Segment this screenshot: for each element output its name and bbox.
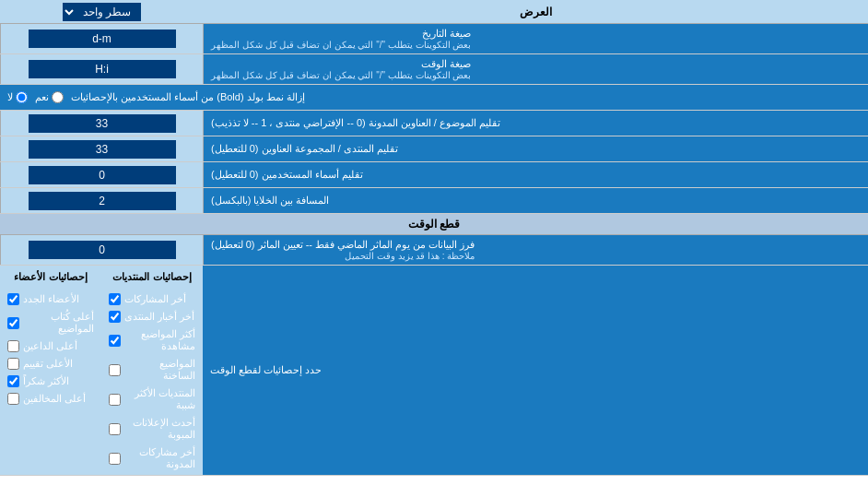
date-format-row: صيغة التاريخ بعض التكوينات يتطلب "/" الت… xyxy=(0,24,868,54)
bold-yes-label[interactable]: نعم xyxy=(35,91,64,103)
checkbox-item-4: المواضيع الساخنة xyxy=(105,357,199,383)
bold-label-cell: إزالة نمط بولد (Bold) من أسماء المستخدمي… xyxy=(0,85,868,110)
checkbox-item-6: أحدث الإعلانات المبوبة xyxy=(105,416,199,442)
forum-order-row: تقليم المنتدى / المجموعة العناوين (0 للت… xyxy=(0,136,868,162)
checkbox-member-3: أعلى الداعين xyxy=(4,339,98,353)
checkbox-members-6[interactable] xyxy=(7,393,19,405)
forum-order-input-cell xyxy=(0,136,203,161)
checkbox-member-6: أعلى المخالفين xyxy=(4,392,98,406)
time-cut-label: فرز البيانات من يوم الماثر الماضي فقط --… xyxy=(203,235,868,265)
stats-label: حدد إحصائيات لقطع الوقت xyxy=(203,266,868,475)
time-section-header: قطع الوقت xyxy=(0,214,868,235)
bold-row: إزالة نمط بولد (Bold) من أسماء المستخدمي… xyxy=(0,85,868,111)
cells-gap-row: المسافة بين الخلايا (بالبكسل) xyxy=(0,188,868,214)
bold-no-radio[interactable] xyxy=(16,91,28,103)
members-stats-header: إحصائيات الأعضاء xyxy=(4,269,98,285)
time-cut-input-cell xyxy=(0,235,203,265)
checkbox-forums-4[interactable] xyxy=(109,364,121,376)
forum-order-label: تقليم المنتدى / المجموعة العناوين (0 للت… xyxy=(203,136,868,161)
checkbox-member-1: الأعضاء الجدد xyxy=(4,292,98,306)
date-format-label: صيغة التاريخ بعض التكوينات يتطلب "/" الت… xyxy=(203,24,868,53)
checkbox-members-2[interactable] xyxy=(7,317,19,329)
topics-order-input[interactable] xyxy=(29,114,176,133)
checkbox-item-7: أخر مشاركات المدونة xyxy=(105,445,199,471)
time-cut-input[interactable] xyxy=(29,241,176,259)
cells-gap-input[interactable] xyxy=(29,192,176,210)
topics-order-input-cell xyxy=(0,111,203,136)
checkbox-members-4[interactable] xyxy=(7,358,19,370)
checkbox-item-3: أكثر المواضيع مشاهدة xyxy=(105,327,199,353)
checkbox-member-2: أعلى كُتاب المواضيع xyxy=(4,310,98,336)
usernames-trim-row: تقليم أسماء المستخدمين (0 للتعطيل) xyxy=(0,162,868,188)
usernames-trim-input[interactable] xyxy=(29,166,176,184)
checkbox-forums-5[interactable] xyxy=(109,394,121,406)
checkbox-members-1[interactable] xyxy=(7,293,19,305)
forums-stats-header: إحصائيات المنتديات xyxy=(105,269,199,285)
checkbox-member-4: الأعلى تقييم xyxy=(4,357,98,371)
checkbox-members-3[interactable] xyxy=(7,340,19,352)
bold-no-label[interactable]: لا xyxy=(7,91,28,103)
time-format-row: صيغة الوقت بعض التكوينات يتطلب "/" التي … xyxy=(0,54,868,85)
usernames-trim-label: تقليم أسماء المستخدمين (0 للتعطيل) xyxy=(203,162,868,187)
checkbox-forums-7[interactable] xyxy=(109,453,121,465)
checkbox-item-5: المنتديات الأكثر شببة xyxy=(105,386,199,412)
header-row: العرض سطر واحد سطرين ثلاثة أسطر xyxy=(0,0,868,24)
bold-yes-radio[interactable] xyxy=(52,91,64,103)
checkbox-item-2: أخر أخبار المنتدى xyxy=(105,310,199,324)
cells-gap-input-cell xyxy=(0,188,203,213)
checkbox-forums-2[interactable] xyxy=(109,311,121,323)
checkbox-member-5: الأكثر شكراً xyxy=(4,374,98,388)
forum-order-input[interactable] xyxy=(29,140,176,159)
topics-order-row: تقليم الموضوع / العناوين المدونة (0 -- ا… xyxy=(0,111,868,136)
display-select[interactable]: سطر واحد سطرين ثلاثة أسطر xyxy=(63,3,141,21)
time-format-label: صيغة الوقت بعض التكوينات يتطلب "/" التي … xyxy=(203,54,868,84)
checkboxes-container: إحصائيات المنتديات أخر المشاركات أخر أخب… xyxy=(0,266,203,475)
display-select-cell[interactable]: سطر واحد سطرين ثلاثة أسطر xyxy=(0,1,203,23)
topics-order-label: تقليم الموضوع / العناوين المدونة (0 -- ا… xyxy=(203,111,868,136)
checkbox-forums-1[interactable] xyxy=(109,293,121,305)
header-label: العرض xyxy=(203,6,868,18)
checkbox-item-1: أخر المشاركات xyxy=(105,292,199,306)
forums-stats-col: إحصائيات المنتديات أخر المشاركات أخر أخب… xyxy=(105,269,199,471)
stats-row: حدد إحصائيات لقطع الوقت إحصائيات المنتدي… xyxy=(0,266,868,476)
checkboxes-columns: إحصائيات المنتديات أخر المشاركات أخر أخب… xyxy=(4,269,199,471)
time-format-input[interactable] xyxy=(29,60,176,78)
time-format-input-cell xyxy=(0,54,203,84)
checkbox-forums-6[interactable] xyxy=(109,423,121,435)
members-stats-col: إحصائيات الأعضاء الأعضاء الجدد أعلى كُتا… xyxy=(4,269,98,471)
date-format-input[interactable] xyxy=(29,30,176,48)
checkbox-members-5[interactable] xyxy=(7,375,19,387)
time-cut-row: فرز البيانات من يوم الماثر الماضي فقط --… xyxy=(0,235,868,266)
date-format-input-cell xyxy=(0,24,203,53)
checkbox-forums-3[interactable] xyxy=(109,335,121,347)
cells-gap-label: المسافة بين الخلايا (بالبكسل) xyxy=(203,188,868,213)
usernames-trim-input-cell xyxy=(0,162,203,187)
